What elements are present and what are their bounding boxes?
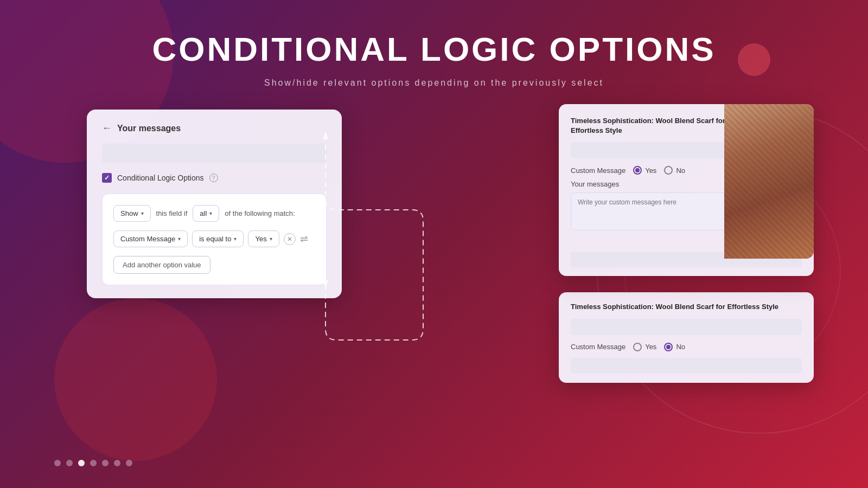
pagination-dot-7[interactable] [126, 460, 132, 466]
right-panels: Timeless Sophistication: Wool Blend Scar… [559, 104, 814, 383]
your-messages-label: Your messages [571, 180, 737, 188]
logic-row-2: Custom Message ▾ is equal to ▾ Yes ▾ ✕ ⇌ [113, 230, 315, 247]
yes-label-top: Yes [645, 166, 656, 175]
custom-message-row-bottom: Custom Message Yes No [571, 343, 802, 351]
product-image [724, 104, 814, 259]
operator-dropdown[interactable]: is equal to ▾ [192, 230, 244, 247]
back-button[interactable]: ← [102, 123, 112, 134]
top-product-card: Timeless Sophistication: Wool Blend Scar… [559, 104, 814, 276]
chevron-down-icon-2: ▾ [209, 210, 212, 216]
chevron-down-icon: ▾ [141, 210, 144, 216]
this-field-label: this field if [156, 209, 188, 217]
yes-radio-top[interactable] [633, 166, 642, 175]
panel-header: ← Your messages [102, 123, 327, 134]
left-panel: ← Your messages Conditional Logic Option… [87, 110, 342, 298]
no-radio-top[interactable] [664, 166, 673, 175]
panel-title: Your messages [117, 124, 181, 133]
chevron-down-icon-4: ▾ [234, 236, 237, 242]
no-option-top[interactable]: No [664, 166, 685, 175]
remove-condition-button[interactable]: ✕ [284, 233, 296, 245]
pagination-dot-6[interactable] [114, 460, 120, 466]
no-label-top: No [676, 166, 685, 175]
panel-search-bar [102, 144, 327, 163]
product-input-bar-bottom [571, 319, 802, 335]
no-option-bottom[interactable]: No [664, 343, 685, 351]
conditional-logic-checkbox[interactable] [102, 173, 112, 183]
checkbox-label: Conditional Logic Options [117, 174, 204, 182]
yes-radio-bottom[interactable] [633, 343, 642, 351]
header: CONDITIONAL LOGIC OPTIONS Show/hide rele… [0, 0, 868, 88]
product-bottom-bar-bottom [571, 358, 802, 373]
product-input-bar-top [571, 142, 737, 158]
bottom-product-card: Timeless Sophistication: Wool Blend Scar… [559, 292, 814, 382]
content-area: ← Your messages Conditional Logic Option… [0, 88, 868, 383]
field-dropdown[interactable]: Custom Message ▾ [113, 230, 188, 247]
chevron-down-icon-3: ▾ [178, 236, 181, 242]
logic-row-1: Show ▾ this field if all ▾ of the follow… [113, 205, 315, 222]
custom-message-row-top: Custom Message Yes No [571, 166, 737, 175]
chevron-down-icon-5: ▾ [270, 236, 272, 242]
yes-option-bottom[interactable]: Yes [633, 343, 656, 351]
add-option-button[interactable]: Add another option value [113, 256, 210, 274]
no-label-bottom: No [676, 343, 685, 351]
following-label: of the following match: [225, 209, 295, 217]
pagination-dot-2[interactable] [66, 460, 73, 466]
pagination-dot-3[interactable] [78, 460, 85, 466]
logic-box: Show ▾ this field if all ▾ of the follow… [102, 194, 327, 285]
show-dropdown[interactable]: Show ▾ [113, 205, 151, 222]
checkbox-row: Conditional Logic Options ? [102, 173, 327, 183]
pagination-dot-4[interactable] [90, 460, 97, 466]
custom-message-label-bottom: Custom Message [571, 343, 626, 351]
message-textarea[interactable] [571, 192, 737, 230]
custom-message-label-top: Custom Message [571, 166, 626, 175]
no-radio-bottom[interactable] [664, 343, 673, 351]
all-dropdown[interactable]: all ▾ [193, 205, 219, 222]
pagination-dot-1[interactable] [54, 460, 61, 466]
yes-option-top[interactable]: Yes [633, 166, 656, 175]
value-dropdown[interactable]: Yes ▾ [248, 230, 279, 247]
connector-icon: ⇌ [300, 233, 308, 245]
product-title-bottom: Timeless Sophistication: Wool Blend Scar… [571, 302, 802, 312]
page-subtitle: Show/hide relevant options depending on … [0, 78, 868, 88]
yes-label-bottom: Yes [645, 343, 656, 351]
help-icon[interactable]: ? [209, 174, 218, 182]
pagination [0, 460, 868, 466]
page-title: CONDITIONAL LOGIC OPTIONS [0, 30, 868, 68]
product-content-top: Timeless Sophistication: Wool Blend Scar… [559, 104, 749, 249]
pagination-dot-5[interactable] [102, 460, 108, 466]
product-title-top: Timeless Sophistication: Wool Blend Scar… [571, 116, 737, 136]
